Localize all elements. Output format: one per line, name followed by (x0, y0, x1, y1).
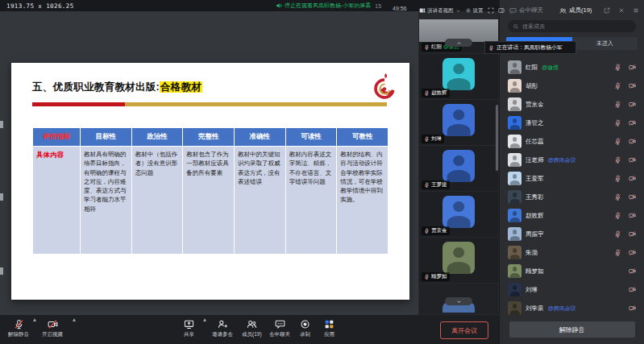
avatar (442, 58, 475, 90)
mic-options-caret[interactable] (33, 318, 36, 321)
mic-muted-icon[interactable] (614, 119, 621, 126)
avatar (508, 301, 521, 315)
mic-muted-icon[interactable] (614, 230, 621, 238)
unmute-button[interactable]: 解除静音 (509, 321, 635, 338)
popout-icon[interactable] (604, 7, 610, 14)
banner-count: 15 (375, 3, 381, 9)
video-tile[interactable]: 王梦捷 (419, 146, 498, 191)
mic-muted-icon[interactable] (614, 64, 621, 71)
chevron-down-icon (456, 299, 462, 305)
close-icon[interactable] (618, 7, 625, 14)
camera-off-icon[interactable] (629, 193, 636, 201)
avatar (508, 172, 521, 185)
member-row[interactable]: 潘管之 (500, 114, 644, 132)
camera-off-icon[interactable] (629, 64, 636, 71)
tab-chat[interactable]: 会中聊天 (509, 6, 543, 15)
camera-off-icon[interactable] (629, 175, 636, 182)
menu-icon[interactable] (633, 7, 639, 14)
mic-muted-icon[interactable] (614, 249, 621, 256)
mic-muted-icon[interactable] (614, 212, 621, 219)
strip-scrollbar[interactable] (496, 105, 498, 171)
title-underline-bar (32, 102, 387, 106)
mic-muted-icon[interactable] (614, 156, 621, 164)
video-options-caret[interactable] (73, 318, 76, 321)
avatar (508, 283, 521, 296)
avatar (508, 116, 521, 130)
toolbar-apps-button[interactable]: 应用 (324, 319, 334, 338)
row-label-cell: 具体内容 (33, 147, 81, 255)
search-input[interactable] (522, 23, 631, 29)
participant-name-label: 刘琳 (422, 135, 444, 143)
video-tile[interactable]: 顾梦如 (419, 238, 498, 283)
video-tile[interactable]: 刘琳 (419, 100, 498, 145)
mic-muted-icon[interactable] (614, 82, 621, 89)
toolbar-record-button[interactable]: 录制 (300, 319, 310, 338)
shared-screen-stage: 五、优质职业教育教材出版:合格教材 评价指标 目标性 政治性 完整性 准确性 (0, 11, 418, 315)
member-row[interactable]: 顾梦如 (500, 262, 644, 280)
member-row[interactable]: 周振宇 (500, 225, 644, 243)
member-row[interactable]: 红阳 @微信 (500, 58, 644, 77)
toolbar-unmute-button[interactable]: 解除静音 (8, 319, 29, 338)
toolbar-invite-button[interactable]: 邀请参会 (212, 319, 233, 338)
leave-meeting-button[interactable]: 离开会议 (440, 321, 488, 339)
camera-off-icon[interactable] (629, 119, 636, 126)
toolbar-start-video-button[interactable]: 开启视频 (42, 319, 63, 338)
toolbar-members-button[interactable]: 成员(19) (242, 319, 262, 338)
camera-off-icon[interactable] (629, 249, 636, 256)
mic-muted-icon[interactable] (614, 193, 621, 201)
camera-off-icon[interactable] (629, 286, 636, 293)
camera-off-icon[interactable] (629, 305, 636, 312)
avatar (442, 196, 475, 228)
header-cell: 目标性 (81, 128, 132, 147)
member-row[interactable]: 刘琳 (500, 280, 644, 299)
member-row[interactable]: 任芯蕊 (500, 132, 644, 151)
camera-off-icon[interactable] (629, 82, 636, 89)
scroll-strip-button[interactable] (445, 297, 472, 305)
header-cell: 可教性 (337, 128, 388, 147)
share-options-caret[interactable] (203, 318, 206, 321)
mic-muted-icon[interactable] (614, 101, 621, 108)
member-row[interactable]: 朱渤 (500, 243, 644, 262)
speaking-tooltip: 正在讲话：凤凰职教杨小军 (484, 41, 576, 54)
camera-off-icon[interactable] (629, 212, 636, 219)
avatar (442, 104, 475, 136)
tab-not-joined[interactable]: 未进入 (572, 37, 638, 50)
settings-button[interactable]: 设置 (465, 7, 484, 15)
speaker-view-button[interactable]: 演讲者视图 (419, 7, 461, 15)
avatar (508, 246, 521, 259)
table-cell: 教材的结构、内容与活动设计符合学校教学实际情况，可在学校教学情境中得到实施。 (337, 147, 388, 255)
chat-icon (509, 7, 517, 15)
camera-off-icon[interactable] (629, 138, 636, 145)
mic-muted-icon[interactable] (614, 175, 621, 182)
panel-toggle-icon[interactable] (498, 7, 505, 14)
mic-muted-icon[interactable] (614, 138, 621, 145)
fullscreen-icon[interactable] (488, 7, 494, 14)
stop-watching-banner[interactable]: 停止在观看凤凰职教杨-小军的屏幕 15 (276, 2, 381, 10)
search-icon (513, 23, 519, 30)
camera-off-icon[interactable] (629, 156, 636, 164)
member-search[interactable] (508, 20, 636, 32)
member-row[interactable]: 胡彤 (500, 77, 644, 95)
toolbar-chat-button[interactable]: 会中聊天 (269, 319, 290, 338)
chevron-down-icon (455, 8, 461, 14)
camera-off-icon[interactable] (629, 230, 636, 238)
member-row[interactable]: 王秀彩 (500, 188, 644, 206)
member-row[interactable]: 刘学泉 @腾讯会议 (500, 299, 644, 315)
camera-off-icon[interactable] (629, 101, 636, 108)
video-tile[interactable]: 赵效辉 (419, 54, 498, 99)
member-row[interactable]: 赵效辉 (500, 206, 644, 225)
collapse-strip-button[interactable] (445, 39, 472, 47)
header-cell: 准确性 (234, 128, 285, 147)
video-tile[interactable] (419, 284, 498, 314)
gold-bar-segment (125, 102, 387, 106)
camera-off-icon[interactable] (629, 267, 636, 275)
member-row[interactable]: 王爱军 (500, 169, 644, 188)
mic-muted-icon (488, 45, 494, 51)
video-tile[interactable]: 贾京金 (419, 192, 498, 237)
tab-members[interactable]: 成员(19) (559, 6, 592, 15)
member-row[interactable]: 贾京金 (500, 95, 644, 114)
avatar (508, 153, 521, 167)
toolbar-share-button[interactable]: 共享 (184, 319, 194, 338)
member-row[interactable]: 汪老师 @腾讯会议 (500, 151, 644, 169)
mic-muted-icon (424, 274, 430, 280)
